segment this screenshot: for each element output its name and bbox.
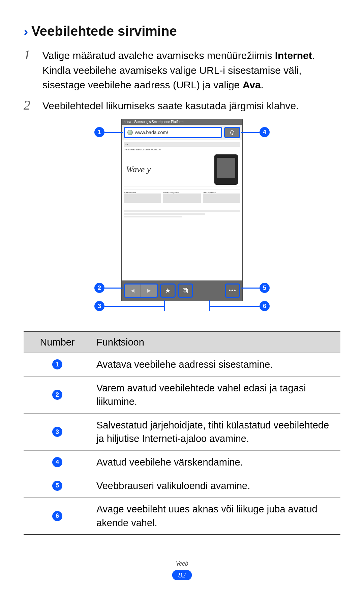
url-text: www.bada.com/ (135, 130, 168, 135)
url-field[interactable]: www.bada.com/ (124, 127, 222, 138)
callout-badge-2: 2 (94, 283, 104, 293)
page-number: 82 (172, 570, 192, 580)
phone-screenshot: bada - Samsung's Smartphone Platform www… (121, 119, 243, 301)
table-row: 4Avatud veebilehe värskendamine. (24, 451, 340, 474)
callout-badge-1: 1 (94, 127, 104, 137)
callout-badge-5: 5 (260, 283, 270, 293)
row-badge: 6 (52, 511, 62, 521)
th-number: Number (24, 332, 91, 353)
td-function: Avatava veebilehe aadressi sisestamine. (91, 353, 340, 376)
page-footer: Veeb 82 (0, 560, 364, 580)
refresh-icon (229, 129, 235, 136)
step-text: Valige määratud avalehe avamiseks menüür… (42, 48, 340, 92)
row-badge: 1 (52, 359, 62, 369)
instruction-step: 1Valige määratud avalehe avamiseks menüü… (24, 48, 340, 92)
svg-rect-1 (184, 289, 188, 293)
row-badge: 2 (52, 390, 62, 400)
callout-1: 1 (94, 127, 123, 137)
th-function: Funktsioon (91, 332, 150, 353)
chevron-right-icon: › (24, 25, 28, 38)
back-button[interactable]: ◄ (125, 285, 141, 297)
annotated-screenshot: bada - Samsung's Smartphone Platform www… (74, 119, 290, 321)
phone-mockup-icon (214, 154, 238, 185)
nav-buttons-group: ◄ ► (124, 283, 158, 298)
browser-toolbar: ◄ ► ★ ••• (122, 280, 242, 301)
instruction-step: 2Veebilehtedel liikumiseks saate kasutad… (24, 98, 340, 113)
refresh-button[interactable] (224, 127, 240, 138)
td-function: Avatud veebilehe värskendamine. (91, 451, 340, 474)
callout-3: 3 (94, 301, 165, 311)
callout-badge-3: 3 (94, 301, 104, 311)
windows-button[interactable] (178, 283, 193, 298)
td-number: 1 (24, 353, 91, 376)
svg-rect-0 (183, 288, 187, 292)
footer-section-label: Veeb (176, 560, 188, 567)
td-function: Avage veebileht uues aknas või liikuge j… (91, 498, 340, 534)
td-number: 2 (24, 377, 91, 413)
callout-2: 2 (94, 283, 123, 293)
callout-5: 5 (241, 283, 270, 293)
table-row: 3Salvestatud järjehoidjate, tihti külast… (24, 414, 340, 451)
table-header: Number Funktsioon (24, 331, 340, 353)
more-options-button[interactable]: ••• (225, 283, 240, 298)
callout-badge-6: 6 (260, 301, 270, 311)
step-text: Veebilehtedel liikumiseks saate kasutada… (42, 98, 299, 113)
td-function: Varem avatud veebilehtede vahel edasi ja… (91, 377, 340, 413)
figure-container: bada - Samsung's Smartphone Platform www… (24, 119, 340, 321)
td-function: Veebbrauseri valikuloendi avamine. (91, 474, 340, 498)
table-row: 1Avatava veebilehe aadressi sisestamine. (24, 353, 340, 377)
section-heading: › Veebilehtede sirvimine (24, 24, 340, 39)
td-function: Salvestatud järjehoidjate, tihti külasta… (91, 414, 340, 450)
heading-text: Veebilehtede sirvimine (31, 24, 177, 39)
wave-logo: Wave y (126, 165, 151, 175)
browser-titlebar: bada - Samsung's Smartphone Platform (122, 119, 242, 125)
row-badge: 3 (52, 427, 62, 437)
callout-badge-4: 4 (260, 127, 270, 137)
tagline: Get a head start for bada World 1.0 (124, 148, 240, 151)
step-number: 1 (24, 48, 36, 92)
bookmarks-button[interactable]: ★ (160, 283, 176, 298)
table-row: 6Avage veebileht uues aknas või liikuge … (24, 498, 340, 535)
callout-table: Number Funktsioon 1Avatava veebilehe aad… (24, 331, 340, 535)
url-row: www.bada.com/ (122, 125, 242, 140)
windows-icon (182, 288, 188, 294)
td-number: 6 (24, 498, 91, 534)
td-number: 3 (24, 414, 91, 450)
table-row: 2Varem avatud veebilehtede vahel edasi j… (24, 377, 340, 414)
forward-button[interactable]: ► (141, 285, 157, 297)
globe-icon (127, 130, 133, 135)
td-number: 5 (24, 474, 91, 498)
site-tab: da (125, 143, 128, 146)
table-row: 5Veebbrauseri valikuloendi avamine. (24, 474, 340, 498)
row-badge: 4 (52, 457, 62, 467)
step-number: 2 (24, 98, 36, 113)
td-number: 4 (24, 451, 91, 474)
callout-4: 4 (241, 127, 270, 137)
webpage-content: da Get a head start for bada World 1.0 W… (122, 140, 242, 265)
row-badge: 5 (52, 481, 62, 491)
callout-6: 6 (209, 301, 270, 311)
